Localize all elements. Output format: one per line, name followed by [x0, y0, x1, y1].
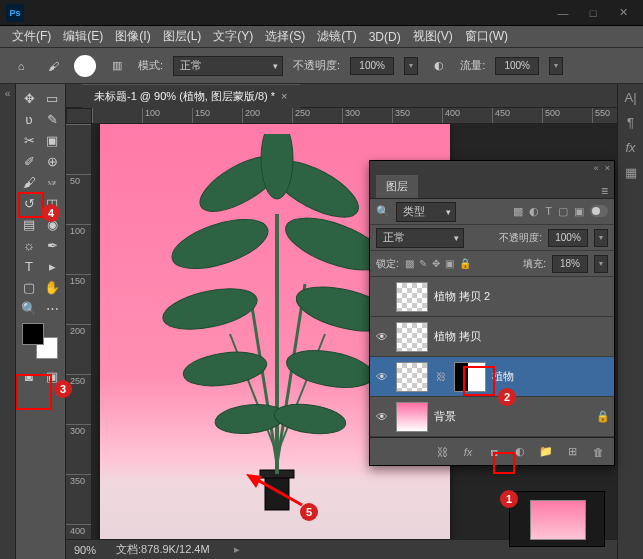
brush-preview[interactable] [74, 55, 96, 77]
lock-pixels-icon[interactable]: ▩ [405, 258, 414, 269]
lasso-tool[interactable]: ʋ [18, 109, 40, 129]
visibility-toggle[interactable]: 👁 [374, 370, 390, 384]
adjustment-layer-icon[interactable]: ◐ [512, 445, 528, 458]
layer-mask-thumb[interactable] [454, 362, 486, 392]
lock-brush-icon[interactable]: ✎ [419, 258, 427, 269]
character-panel-icon[interactable]: A| [624, 90, 636, 105]
menu-edit[interactable]: 编辑(E) [57, 25, 109, 48]
menu-type[interactable]: 文字(Y) [207, 25, 259, 48]
history-brush-tool[interactable]: ↺ [18, 193, 40, 213]
ruler-origin[interactable] [66, 108, 92, 124]
pressure-opacity-icon[interactable]: ◐ [428, 55, 450, 77]
menu-file[interactable]: 文件(F) [6, 25, 57, 48]
visibility-toggle[interactable]: 👁 [374, 410, 390, 424]
screenmode-toggle[interactable]: ▣ [41, 366, 63, 386]
opacity-slider[interactable]: ▾ [404, 57, 418, 75]
layer-row[interactable]: 👁 植物 拷贝 [370, 317, 614, 357]
layer-thumb[interactable] [396, 282, 428, 312]
foreground-swatch[interactable] [22, 323, 44, 345]
brush-settings-icon[interactable]: ▥ [106, 55, 128, 77]
quick-select-tool[interactable]: ✎ [41, 109, 63, 129]
filter-pixel-icon[interactable]: ▩ [513, 205, 523, 218]
fill-input[interactable]: 18% [552, 255, 588, 273]
layer-name[interactable]: 背景 [434, 409, 456, 424]
filter-shape-icon[interactable]: ▢ [558, 205, 568, 218]
layer-name[interactable]: 植物 拷贝 2 [434, 289, 490, 304]
filter-type-icon[interactable]: T [545, 205, 552, 218]
menu-3d[interactable]: 3D(D) [363, 27, 407, 47]
navigator-thumb[interactable] [509, 491, 605, 547]
visibility-toggle[interactable]: 👁 [374, 330, 390, 344]
flow-input[interactable]: 100% [495, 57, 539, 75]
layer-filter-dropdown[interactable]: 类型 [396, 202, 456, 222]
blur-tool[interactable]: ◉ [41, 214, 63, 234]
doc-info-arrow-icon[interactable]: ▸ [234, 543, 240, 556]
brush-tool-icon[interactable]: 🖌 [42, 55, 64, 77]
menu-filter[interactable]: 滤镜(T) [311, 25, 362, 48]
menu-window[interactable]: 窗口(W) [459, 25, 514, 48]
filter-smart-icon[interactable]: ▣ [574, 205, 584, 218]
add-mask-icon[interactable]: ◙ [486, 446, 502, 458]
sidebar-toggle[interactable]: « [0, 84, 16, 559]
quickmask-toggle[interactable]: ◙ [18, 366, 40, 386]
ruler-vertical[interactable]: 50100150200250300350400450 [66, 124, 92, 539]
paragraph-panel-icon[interactable]: ¶ [627, 115, 634, 130]
maximize-button[interactable]: □ [579, 3, 607, 23]
lock-position-icon[interactable]: ✥ [432, 258, 440, 269]
frame-tool[interactable]: ▣ [41, 130, 63, 150]
search-icon[interactable]: 🔍 [376, 205, 390, 218]
panel-collapse-icon[interactable]: « [594, 163, 599, 173]
menu-image[interactable]: 图像(I) [109, 25, 156, 48]
home-icon[interactable]: ⌂ [10, 55, 32, 77]
delete-layer-icon[interactable]: 🗑 [590, 446, 606, 458]
close-button[interactable]: ✕ [609, 3, 637, 23]
eraser-tool[interactable]: ◫ [41, 193, 63, 213]
document-tab[interactable]: 未标题-1 @ 90% (植物, 图层蒙版/8) * × [82, 84, 300, 108]
blend-mode-dropdown[interactable]: 正常 [173, 56, 283, 76]
panel-menu-icon[interactable]: ≡ [601, 184, 608, 198]
new-layer-icon[interactable]: ⊞ [564, 445, 580, 458]
crop-tool[interactable]: ✂ [18, 130, 40, 150]
layer-name[interactable]: 植物 [492, 369, 514, 384]
lock-all-icon[interactable]: 🔒 [459, 258, 471, 269]
new-group-icon[interactable]: 📁 [538, 445, 554, 458]
layer-thumb[interactable] [396, 402, 428, 432]
layer-opacity-input[interactable]: 100% [548, 229, 588, 247]
styles-panel-icon[interactable]: fx [625, 140, 635, 155]
marquee-tool[interactable]: ▭ [41, 88, 63, 108]
menu-select[interactable]: 选择(S) [259, 25, 311, 48]
move-tool[interactable]: ✥ [18, 88, 40, 108]
lock-artboard-icon[interactable]: ▣ [445, 258, 454, 269]
edit-toolbar[interactable]: ⋯ [41, 298, 63, 318]
layer-thumb[interactable] [396, 362, 428, 392]
layers-tab[interactable]: 图层 [376, 175, 418, 198]
hand-tool[interactable]: ✋ [41, 277, 63, 297]
brush-tool[interactable]: 🖌 [18, 172, 40, 192]
layer-blend-dropdown[interactable]: 正常 [376, 228, 464, 248]
layer-row[interactable]: 👁 背景 🔒 [370, 397, 614, 437]
menu-layer[interactable]: 图层(L) [157, 25, 208, 48]
menu-view[interactable]: 视图(V) [407, 25, 459, 48]
panel-close-icon[interactable]: × [605, 163, 610, 173]
clone-tool[interactable]: ⎃ [41, 172, 63, 192]
pen-tool[interactable]: ✒ [41, 235, 63, 255]
path-select-tool[interactable]: ▸ [41, 256, 63, 276]
swatches-panel-icon[interactable]: ▦ [625, 165, 637, 180]
link-layers-icon[interactable]: ⛓ [434, 446, 450, 458]
layer-thumb[interactable] [396, 322, 428, 352]
healing-tool[interactable]: ⊕ [41, 151, 63, 171]
ruler-horizontal[interactable]: 100150200250300350400450500550600 [92, 108, 617, 124]
zoom-level[interactable]: 90% [74, 544, 96, 556]
link-mask-icon[interactable]: ⛓ [436, 371, 446, 382]
shape-tool[interactable]: ▢ [18, 277, 40, 297]
minimize-button[interactable]: — [549, 3, 577, 23]
gradient-tool[interactable]: ▤ [18, 214, 40, 234]
type-tool[interactable]: T [18, 256, 40, 276]
layer-name[interactable]: 植物 拷贝 [434, 329, 481, 344]
zoom-tool[interactable]: 🔍 [18, 298, 40, 318]
layers-panel[interactable]: «× 图层 ≡ 🔍 类型 ▩ ◐ T ▢ ▣ 正常 不透明度: 100% ▾ 锁… [369, 160, 615, 466]
layer-row[interactable]: 👁 ⛓ 植物 [370, 357, 614, 397]
eyedropper-tool[interactable]: ✐ [18, 151, 40, 171]
dodge-tool[interactable]: ☼ [18, 235, 40, 255]
doc-info[interactable]: 文档:878.9K/12.4M [116, 542, 210, 557]
